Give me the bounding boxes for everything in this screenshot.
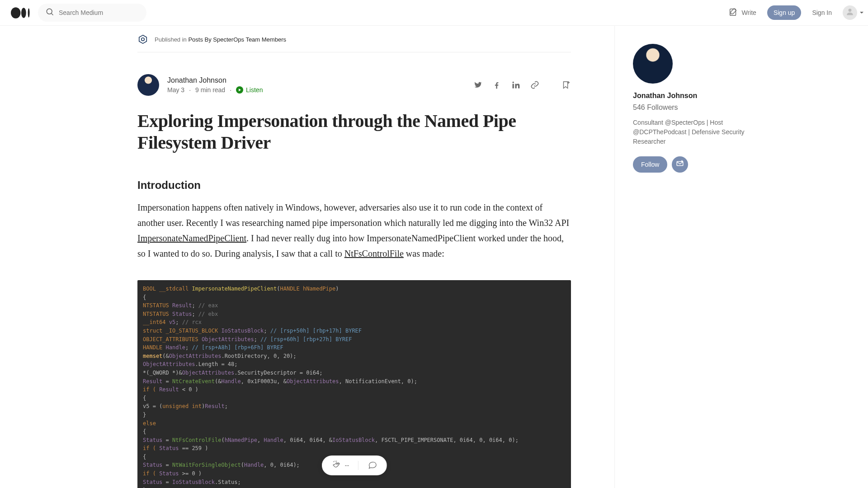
listen-label: Listen bbox=[246, 86, 263, 94]
author-row: Jonathan Johnson May 3 · 9 min read · Li… bbox=[137, 74, 571, 96]
svg-rect-9 bbox=[513, 84, 514, 89]
search-input[interactable] bbox=[59, 9, 139, 16]
header-left bbox=[11, 4, 146, 22]
sidebar-bio: Consultant @SpecterOps | Host @DCPThePod… bbox=[633, 118, 763, 146]
write-button[interactable]: Write bbox=[728, 7, 756, 19]
linkedin-icon[interactable] bbox=[511, 80, 520, 89]
subscribe-button[interactable] bbox=[672, 156, 688, 173]
medium-logo-icon[interactable] bbox=[11, 7, 31, 19]
publication-row[interactable]: Published in Posts By SpecterOps Team Me… bbox=[137, 26, 571, 52]
svg-line-16 bbox=[333, 461, 334, 462]
sidebar-avatar[interactable] bbox=[633, 44, 673, 84]
publish-date: May 3 bbox=[167, 86, 184, 94]
author-avatar[interactable] bbox=[137, 74, 159, 96]
para-text: Impersonation happens often natively in … bbox=[137, 202, 569, 228]
svg-point-8 bbox=[142, 38, 144, 41]
author-meta: Jonathan Johnson May 3 · 9 min read · Li… bbox=[167, 76, 263, 94]
article: Published in Posts By SpecterOps Team Me… bbox=[94, 26, 615, 488]
write-label: Write bbox=[742, 9, 756, 16]
sidebar-actions: Follow bbox=[633, 156, 763, 173]
svg-marker-7 bbox=[139, 35, 147, 43]
write-icon bbox=[728, 7, 738, 19]
comment-icon bbox=[368, 460, 377, 471]
section-introduction: Introduction bbox=[137, 179, 571, 192]
search-icon bbox=[45, 7, 54, 18]
para-text: was made: bbox=[404, 249, 444, 258]
author-left: Jonathan Johnson May 3 · 9 min read · Li… bbox=[137, 74, 263, 96]
header-right: Write Sign up Sign In bbox=[728, 5, 858, 20]
publication-prefix: Published in bbox=[155, 36, 187, 43]
share-icons bbox=[473, 80, 571, 90]
mail-icon bbox=[676, 160, 684, 169]
reaction-bar: -- bbox=[322, 455, 387, 475]
divider bbox=[358, 461, 359, 470]
svg-line-4 bbox=[52, 14, 53, 15]
svg-point-3 bbox=[47, 9, 52, 14]
svg-line-18 bbox=[336, 460, 337, 461]
author-subline: May 3 · 9 min read · Listen bbox=[167, 86, 263, 94]
sidebar-author-name[interactable]: Jonathan Johnson bbox=[633, 92, 763, 100]
signup-button[interactable]: Sign up bbox=[767, 5, 801, 20]
read-time: 9 min read bbox=[195, 86, 225, 94]
clap-button[interactable]: -- bbox=[331, 460, 349, 471]
publication-text: Published in Posts By SpecterOps Team Me… bbox=[155, 36, 286, 43]
author-name[interactable]: Jonathan Johnson bbox=[167, 76, 263, 84]
clap-icon bbox=[331, 460, 341, 471]
svg-point-2 bbox=[28, 8, 30, 18]
svg-point-6 bbox=[849, 9, 852, 12]
svg-point-0 bbox=[11, 7, 21, 18]
facebook-icon[interactable] bbox=[492, 80, 501, 89]
publication-logo-icon bbox=[137, 34, 148, 45]
user-avatar-menu[interactable] bbox=[843, 5, 857, 20]
link-ntfscontrolfile[interactable]: NtFsControlFile bbox=[344, 249, 404, 258]
copy-link-icon[interactable] bbox=[530, 80, 539, 89]
search-box[interactable] bbox=[38, 4, 146, 22]
svg-point-1 bbox=[21, 8, 26, 18]
intro-paragraph: Impersonation happens often natively in … bbox=[137, 200, 571, 261]
sidebar: Jonathan Johnson 546 Followers Consultan… bbox=[615, 26, 774, 488]
comment-button[interactable] bbox=[368, 460, 377, 471]
dot-separator: · bbox=[230, 86, 231, 94]
dot-separator: · bbox=[189, 86, 191, 94]
link-impersonatenamedpipeclient[interactable]: ImpersonateNamedPipeClient bbox=[137, 233, 246, 243]
listen-button[interactable]: Listen bbox=[236, 86, 263, 94]
clap-count: -- bbox=[345, 462, 349, 469]
svg-point-10 bbox=[513, 82, 514, 83]
signin-button[interactable]: Sign In bbox=[812, 9, 832, 16]
user-icon bbox=[845, 7, 854, 18]
site-header: Write Sign up Sign In bbox=[0, 0, 868, 26]
twitter-icon[interactable] bbox=[473, 80, 482, 89]
page-grid: Published in Posts By SpecterOps Team Me… bbox=[94, 26, 774, 488]
bookmark-icon[interactable] bbox=[561, 80, 571, 90]
sidebar-followers[interactable]: 546 Followers bbox=[633, 103, 763, 112]
publication-name[interactable]: Posts By SpecterOps Team Members bbox=[188, 36, 286, 43]
follow-button[interactable]: Follow bbox=[633, 156, 667, 173]
article-title: Exploring Impersonation through the Name… bbox=[137, 110, 571, 154]
play-icon bbox=[236, 86, 243, 94]
